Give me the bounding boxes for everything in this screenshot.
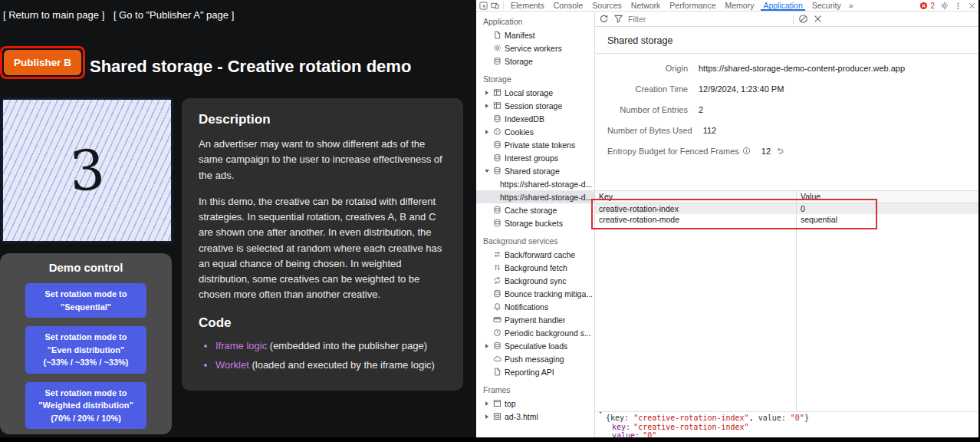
- sidebar-item-session-storage[interactable]: Session storage: [476, 99, 594, 112]
- tab-elements[interactable]: Elements: [506, 0, 549, 11]
- cell-key: creative-rotation-index: [595, 203, 797, 214]
- description-paragraph: In this demo, the creative can be rotate…: [199, 194, 446, 303]
- sidebar-item-cookies[interactable]: Cookies: [476, 125, 594, 138]
- sidebar-item-background-sync[interactable]: Background sync: [476, 274, 594, 287]
- filter-box: [613, 14, 788, 25]
- tab-network[interactable]: Network: [626, 0, 666, 11]
- publisher-b-button[interactable]: Publisher B: [4, 50, 81, 75]
- reset-entropy-icon[interactable]: [776, 147, 784, 155]
- table-row[interactable]: creative-rotation-mode sequential: [595, 214, 980, 225]
- sidebar-item-shared-storage[interactable]: Shared storage: [476, 164, 594, 177]
- sidebar-item-background-fetch[interactable]: Background fetch: [476, 261, 594, 274]
- section-title-frames: Frames: [476, 384, 594, 397]
- sidebar-item-back-forward-cache[interactable]: Back/forward cache: [476, 248, 594, 261]
- property-value: "creative-rotation-index": [633, 423, 749, 432]
- error-badge-icon: [919, 2, 928, 10]
- info-icon[interactable]: [742, 147, 751, 155]
- metadata-value: 112: [703, 126, 717, 135]
- database-icon: [493, 167, 502, 175]
- return-to-main-page-link[interactable]: [ Return to main page ]: [3, 9, 104, 21]
- sidebar-item-cache-storage[interactable]: Cache storage: [476, 203, 594, 216]
- metadata-value: https://shared-storage-demo-content-prod…: [699, 64, 905, 73]
- chevron-right-icon[interactable]: [483, 414, 490, 419]
- filter-input[interactable]: [626, 14, 779, 25]
- devtools-panel: Elements Console Sources Network Perform…: [476, 0, 980, 442]
- tabbar-right-controls: 2: [919, 2, 978, 10]
- sidebar-item-shared-storage-origin-1[interactable]: https://shared-storage-d...: [476, 177, 594, 190]
- section-title-background-services: Background services: [476, 235, 594, 248]
- chevron-down-icon[interactable]: [598, 414, 603, 423]
- set-sequential-button[interactable]: Set rotation mode to "Sequential": [25, 283, 146, 318]
- sidebar-item-local-storage[interactable]: Local storage: [476, 86, 594, 99]
- tab-security[interactable]: Security: [807, 0, 846, 11]
- grid-header: Key Value: [595, 190, 980, 203]
- chevron-right-icon[interactable]: [483, 344, 490, 348]
- preview-text: , value:: [749, 414, 791, 423]
- settings-gear-icon[interactable]: [940, 2, 949, 10]
- screen-edge: [0, 437, 980, 442]
- database-icon: [493, 153, 502, 162]
- chevron-right-icon[interactable]: [483, 91, 490, 95]
- clear-icon[interactable]: [813, 14, 823, 24]
- table-row[interactable]: creative-rotation-index 0: [595, 203, 980, 214]
- iframe-logic-link[interactable]: Iframe logic: [215, 340, 267, 351]
- go-to-publisher-a-link[interactable]: [ Go to "Publisher A" page ]: [113, 9, 234, 21]
- tab-memory[interactable]: Memory: [720, 0, 758, 11]
- list-item-text: (loaded and executed by the iframe logic…: [249, 359, 435, 371]
- sidebar-item-reporting-api[interactable]: Reporting API: [476, 365, 594, 378]
- shared-storage-toolbar: [595, 12, 980, 27]
- preview-property-row: key: "creative-rotation-index": [598, 423, 977, 432]
- grid-empty-area: [595, 225, 980, 411]
- sidebar-item-storage-buckets[interactable]: Storage buckets: [476, 216, 594, 229]
- set-weighted-distribution-button[interactable]: Set rotation mode to "Weighted distribut…: [25, 382, 146, 430]
- sidebar-item-service-workers[interactable]: Service workers: [476, 41, 594, 54]
- tab-performance[interactable]: Performance: [665, 0, 720, 11]
- preview-string: "creative-rotation-index": [633, 414, 749, 423]
- set-even-distribution-button[interactable]: Set rotation mode to "Even distribution"…: [25, 326, 146, 374]
- metadata-value: 2: [699, 105, 703, 114]
- database-icon: [493, 206, 502, 214]
- chevron-right-icon[interactable]: [483, 104, 490, 108]
- database-icon: [493, 140, 502, 149]
- worklet-link[interactable]: Worklet: [215, 359, 249, 371]
- tab-application[interactable]: Application: [758, 0, 807, 11]
- sidebar-item-bounce-tracking-mitigations[interactable]: Bounce tracking mitiga...: [476, 287, 594, 300]
- sidebar-item-indexeddb[interactable]: IndexedDB: [476, 112, 594, 125]
- divider: [793, 15, 794, 24]
- tab-sources[interactable]: Sources: [587, 0, 626, 11]
- inspect-icon[interactable]: [478, 1, 489, 10]
- sidebar-item-frame-ad-3[interactable]: ad-3.html: [476, 410, 594, 423]
- device-toolbar-icon[interactable]: [489, 1, 501, 10]
- chevron-right-icon[interactable]: [483, 401, 490, 406]
- sidebar-item-manifest[interactable]: Manifest: [476, 28, 594, 41]
- bell-icon: [493, 302, 502, 311]
- property-name: key:: [612, 423, 630, 432]
- tab-console[interactable]: Console: [549, 0, 588, 11]
- devtools-tabbar: Elements Console Sources Network Perform…: [476, 0, 980, 12]
- delete-all-icon[interactable]: [798, 14, 808, 24]
- refresh-icon[interactable]: [599, 14, 609, 24]
- sidebar-item-private-state-tokens[interactable]: Private state tokens: [476, 138, 594, 151]
- error-badge[interactable]: 2: [919, 2, 935, 10]
- chevron-down-icon[interactable]: [483, 170, 490, 173]
- sidebar-item-shared-storage-origin-2[interactable]: https://shared-storage-d...: [476, 190, 594, 203]
- file-icon: [493, 368, 502, 376]
- more-tabs-chevron[interactable]: »: [846, 1, 857, 10]
- sidebar-item-frame-top[interactable]: top: [476, 397, 594, 410]
- close-devtools-icon[interactable]: [968, 2, 976, 10]
- list-item: Iframe logic (embedded into the publishe…: [215, 338, 446, 354]
- column-header-value: Value: [797, 191, 980, 203]
- menu-kebab-icon[interactable]: [954, 2, 962, 10]
- chevron-right-icon[interactable]: [483, 130, 490, 134]
- sidebar-item-periodic-background-sync[interactable]: Periodic background s...: [476, 326, 594, 339]
- sidebar-item-push-messaging[interactable]: Push messaging: [476, 352, 594, 365]
- swap-arrows-icon: [493, 250, 502, 259]
- database-icon: [493, 341, 502, 350]
- sidebar-item-payment-handler[interactable]: Payment handler: [476, 313, 594, 326]
- description-heading: Description: [199, 112, 446, 127]
- sidebar-item-interest-groups[interactable]: Interest groups: [476, 151, 594, 164]
- sidebar-item-speculative-loads[interactable]: Speculative loads: [476, 339, 594, 352]
- sidebar-item-storage[interactable]: Storage: [476, 54, 594, 68]
- file-icon: [493, 31, 502, 39]
- sidebar-item-notifications[interactable]: Notifications: [476, 300, 594, 313]
